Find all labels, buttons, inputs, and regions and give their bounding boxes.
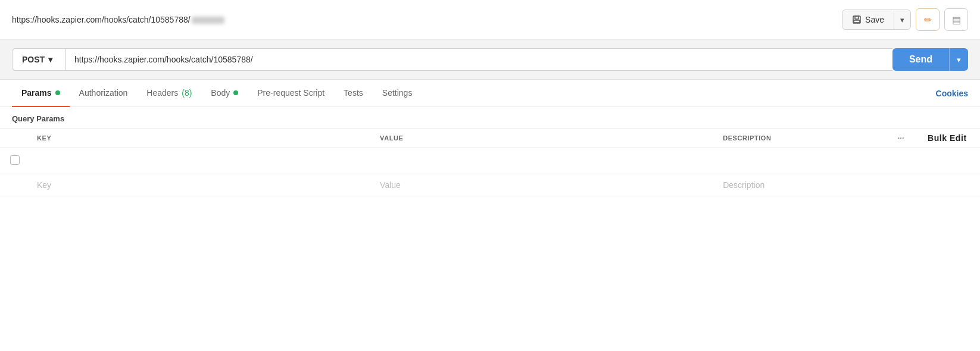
params-dot bbox=[55, 90, 60, 95]
table-header-row: KEY VALUE DESCRIPTION ··· Bulk Edit bbox=[0, 129, 980, 148]
comment-button[interactable]: ▤ bbox=[944, 8, 968, 31]
save-button-group: Save ▾ bbox=[842, 10, 911, 30]
edit-button[interactable]: ✏ bbox=[916, 8, 940, 31]
table-row: Key Value Description bbox=[0, 174, 980, 196]
send-chevron-icon: ▾ bbox=[957, 55, 961, 64]
tab-params-label: Params bbox=[21, 88, 52, 98]
tab-settings[interactable]: Settings bbox=[373, 80, 422, 107]
cookies-link[interactable]: Cookies bbox=[936, 89, 968, 98]
tab-pre-request-label: Pre-request Script bbox=[257, 88, 324, 98]
url-input[interactable] bbox=[65, 48, 892, 71]
save-button[interactable]: Save bbox=[842, 10, 894, 29]
placeholder-bulk-cell bbox=[920, 174, 980, 196]
method-selector[interactable]: POST ▾ bbox=[12, 48, 65, 71]
placeholder-desc-cell[interactable]: Description bbox=[716, 174, 891, 196]
bulk-edit-button[interactable]: Bulk Edit bbox=[928, 133, 967, 143]
col-header-value: VALUE bbox=[373, 129, 716, 148]
body-dot bbox=[233, 90, 238, 95]
tab-body-label: Body bbox=[211, 88, 230, 98]
tab-headers-count: (8) bbox=[182, 88, 192, 98]
tab-tests-label: Tests bbox=[344, 88, 363, 98]
row-checkbox[interactable] bbox=[10, 155, 20, 165]
params-table: KEY VALUE DESCRIPTION ··· Bulk Edit Key … bbox=[0, 128, 980, 196]
placeholder-value-cell[interactable]: Value bbox=[373, 174, 716, 196]
table-row bbox=[0, 148, 980, 174]
tabs-bar: Params Authorization Headers (8) Body Pr… bbox=[0, 80, 980, 107]
query-params-section-label: Query Params bbox=[0, 107, 980, 128]
save-chevron-button[interactable]: ▾ bbox=[894, 11, 910, 29]
placeholder-checkbox-cell bbox=[0, 174, 30, 196]
tab-body[interactable]: Body bbox=[201, 80, 248, 107]
tab-authorization-label: Authorization bbox=[79, 88, 128, 98]
tab-headers[interactable]: Headers (8) bbox=[137, 80, 201, 107]
save-icon bbox=[852, 15, 862, 24]
pencil-icon: ✏ bbox=[924, 14, 932, 26]
top-bar: https://hooks.zapier.com/hooks/catch/105… bbox=[0, 0, 980, 40]
col-header-key: KEY bbox=[30, 129, 373, 148]
row-desc-cell[interactable] bbox=[716, 148, 891, 174]
send-button-group: Send ▾ bbox=[892, 48, 968, 71]
tab-headers-label: Headers bbox=[146, 88, 178, 98]
row-more-cell bbox=[891, 148, 920, 174]
chevron-down-icon: ▾ bbox=[900, 15, 904, 24]
comment-icon: ▤ bbox=[952, 14, 961, 26]
row-bulk-cell bbox=[920, 148, 980, 174]
tab-params[interactable]: Params bbox=[12, 80, 70, 107]
tab-tests[interactable]: Tests bbox=[334, 80, 373, 107]
url-blurred bbox=[192, 17, 224, 24]
col-header-checkbox bbox=[0, 129, 30, 148]
svg-rect-1 bbox=[855, 16, 859, 19]
placeholder-more-cell bbox=[891, 174, 920, 196]
url-text: https://hooks.zapier.com/hooks/catch/105… bbox=[12, 15, 191, 24]
top-bar-actions: Save ▾ ✏ ▤ bbox=[842, 8, 968, 31]
svg-rect-2 bbox=[854, 20, 860, 23]
row-checkbox-cell bbox=[0, 148, 30, 174]
col-header-bulk: Bulk Edit bbox=[920, 129, 980, 148]
url-title: https://hooks.zapier.com/hooks/catch/105… bbox=[12, 15, 224, 24]
tab-pre-request-script[interactable]: Pre-request Script bbox=[248, 80, 334, 107]
send-button[interactable]: Send bbox=[892, 48, 949, 71]
row-key-cell[interactable] bbox=[30, 148, 373, 174]
method-label: POST bbox=[22, 55, 45, 64]
tab-settings-label: Settings bbox=[382, 88, 413, 98]
svg-rect-0 bbox=[853, 16, 860, 23]
placeholder-key-cell[interactable]: Key bbox=[30, 174, 373, 196]
tab-authorization[interactable]: Authorization bbox=[70, 80, 138, 107]
send-chevron-button[interactable]: ▾ bbox=[949, 48, 968, 71]
col-header-more: ··· bbox=[891, 129, 920, 148]
row-value-cell[interactable] bbox=[373, 148, 716, 174]
method-chevron-icon: ▾ bbox=[48, 55, 52, 64]
col-header-description: DESCRIPTION bbox=[716, 129, 891, 148]
request-bar: POST ▾ Send ▾ bbox=[0, 40, 980, 80]
